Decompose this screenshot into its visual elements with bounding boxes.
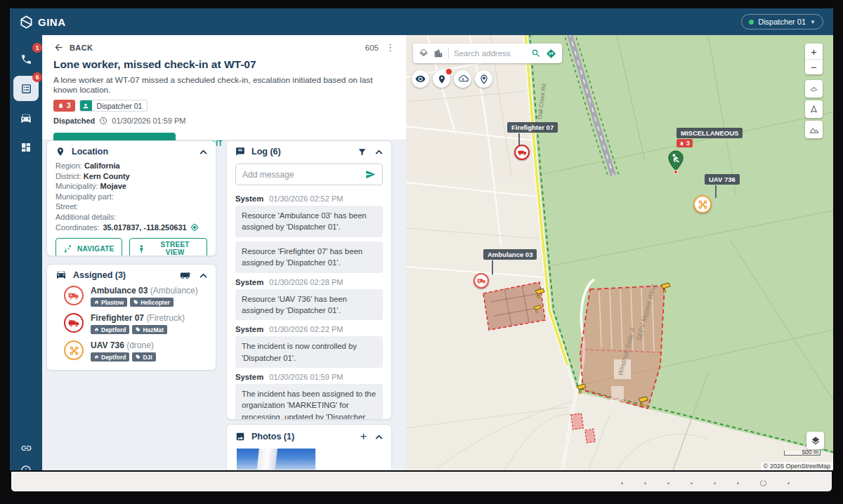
gina-logo-icon [20, 15, 33, 29]
marker-connector [715, 185, 717, 198]
uav-map-label[interactable]: UAV 736 [705, 174, 740, 185]
dispatched-label: Dispatched [53, 117, 95, 125]
resource-name: Ambulance 03 [91, 286, 148, 296]
resource-name: UAV 736 [91, 340, 124, 350]
navigate-button[interactable]: NAVIGATE [55, 238, 122, 256]
directions-icon[interactable] [546, 48, 556, 59]
location-card: Location Region: California District: Ke… [46, 140, 216, 256]
top-bar: GINA Dispatcher 01 ▼ [10, 8, 833, 35]
crosshair-icon[interactable] [190, 223, 199, 232]
zoom-in-button[interactable]: + [805, 44, 823, 59]
layers-icon [811, 436, 821, 446]
weather-sync-button[interactable] [454, 70, 471, 88]
sidebar-item-dashboard[interactable] [13, 135, 39, 160]
basemap-layers-button[interactable] [806, 432, 824, 449]
photo-thumbnail[interactable] [237, 449, 315, 470]
send-icon[interactable] [365, 169, 376, 180]
sidebar-item-calls[interactable]: 1 [13, 46, 39, 72]
brand-logo: GINA [20, 15, 66, 29]
map-attribution: © 2026 OpenStreetMap [761, 462, 833, 470]
layers-icon[interactable] [419, 48, 429, 58]
cctv-camera-marker[interactable] [535, 288, 547, 301]
firefighter-map-label[interactable]: Firefighter 07 [507, 122, 558, 133]
camera-icon [638, 396, 651, 406]
assigned-item-uav[interactable]: UAV 736 (drone) Deptford DJI [47, 338, 216, 365]
street-view-button[interactable]: STREET VIEW [129, 238, 207, 256]
filter-log-button[interactable] [358, 147, 367, 157]
cctv-camera-marker[interactable] [533, 303, 544, 316]
resource-type: (Firetruck) [146, 313, 185, 323]
street-view-label: STREET VIEW [150, 241, 200, 256]
miscellaneous-map-label[interactable]: MISCELLANEOUS [677, 128, 743, 138]
info-icon [20, 465, 32, 470]
photos-card-title: Photos (1) [251, 432, 294, 442]
collapse-location-button[interactable] [200, 150, 207, 154]
log-time: 01/30/2026 02:22 PM [269, 325, 343, 333]
monitor-frame: GINA Dispatcher 01 ▼ 1 6 [0, 0, 843, 504]
camera-icon [660, 282, 673, 293]
kebab-menu-icon[interactable]: ⋮ [386, 46, 395, 49]
collapse-log-button[interactable] [375, 150, 383, 154]
location-field-value: Kern County [84, 172, 130, 180]
map-search-input[interactable] [454, 49, 526, 58]
log-author: System [235, 278, 263, 286]
add-message-input[interactable] [242, 170, 360, 180]
log-author: System [235, 325, 263, 333]
dispatched-time: 01/30/2026 01:59 PM [112, 117, 185, 125]
user-menu-button[interactable]: Dispatcher 01 ▼ [741, 14, 823, 29]
ambulance-marker-icon [64, 286, 84, 305]
log-message: Resource 'Firefighter 07' has been assig… [235, 241, 383, 273]
manage-assigned-button[interactable] [180, 271, 191, 280]
zoom-out-button[interactable]: − [805, 59, 823, 74]
sidebar-item-links[interactable] [13, 435, 39, 460]
add-photo-button[interactable]: + [360, 430, 367, 443]
photos-card: Photos (1) + [226, 424, 392, 470]
assigned-item-firefighter[interactable]: Firefighter 07 (Firetruck) Deptford HazM… [47, 310, 216, 338]
ambulance-map-label[interactable]: Ambulance 03 [483, 249, 537, 260]
map-canvas[interactable]: SEPV Mojave West Windhub Solar A Oak Cre… [406, 35, 833, 470]
chevron-up-icon [375, 435, 383, 439]
map-base-layer [406, 35, 833, 470]
drone-icon [698, 199, 708, 210]
drop-pin-button[interactable] [475, 70, 492, 88]
house-icon [94, 354, 99, 359]
locate-me-button[interactable] [805, 100, 823, 118]
cctv-camera-marker[interactable] [576, 383, 589, 397]
miscellaneous-alarm-badge: 3 [677, 139, 693, 147]
collapse-photos-button[interactable] [375, 435, 383, 439]
notification-dot [446, 69, 452, 74]
cctv-camera-marker[interactable] [660, 282, 673, 296]
search-icon[interactable] [531, 48, 541, 58]
ambulance-map-marker[interactable] [473, 273, 489, 289]
sidebar-item-resources[interactable] [13, 105, 39, 131]
mountain-icon [809, 126, 819, 134]
assigned-item-ambulance[interactable]: Ambulance 03 (Ambulance) Plastow Helicop… [47, 283, 216, 310]
collapse-assigned-button[interactable] [200, 273, 207, 278]
visibility-button[interactable] [412, 70, 429, 88]
back-button[interactable]: BACK [53, 42, 93, 53]
photo-icon [235, 432, 245, 442]
house-icon [94, 327, 99, 332]
uav-map-marker[interactable] [693, 195, 712, 213]
poi-layers-button[interactable] [433, 70, 450, 88]
lone-worker-pin[interactable] [667, 150, 684, 177]
location-pin-icon [55, 147, 65, 157]
sidebar-item-info[interactable] [13, 458, 39, 470]
online-status-dot [749, 20, 754, 25]
camera-icon [535, 288, 547, 298]
cctv-camera-marker[interactable] [638, 396, 651, 409]
city-icon[interactable] [433, 48, 443, 58]
bell-icon [679, 141, 684, 146]
tilt-view-button[interactable] [805, 80, 823, 98]
terrain-button[interactable] [805, 121, 823, 138]
assigned-card: Assigned (3) Ambulance 03 (Ambulance) Pl… [46, 264, 216, 371]
firefighter-map-marker[interactable] [514, 145, 530, 160]
assigned-card-title: Assigned (3) [73, 270, 126, 280]
map-scale: 500 m [784, 451, 821, 456]
sidebar-item-incidents[interactable]: 6 [13, 76, 39, 101]
drone-marker-icon [64, 340, 84, 360]
resource-tag: Deptford [91, 325, 129, 334]
owner-name: Dispatcher 01 [92, 102, 148, 110]
bell-icon [58, 102, 64, 109]
pin-group-icon [437, 74, 447, 84]
